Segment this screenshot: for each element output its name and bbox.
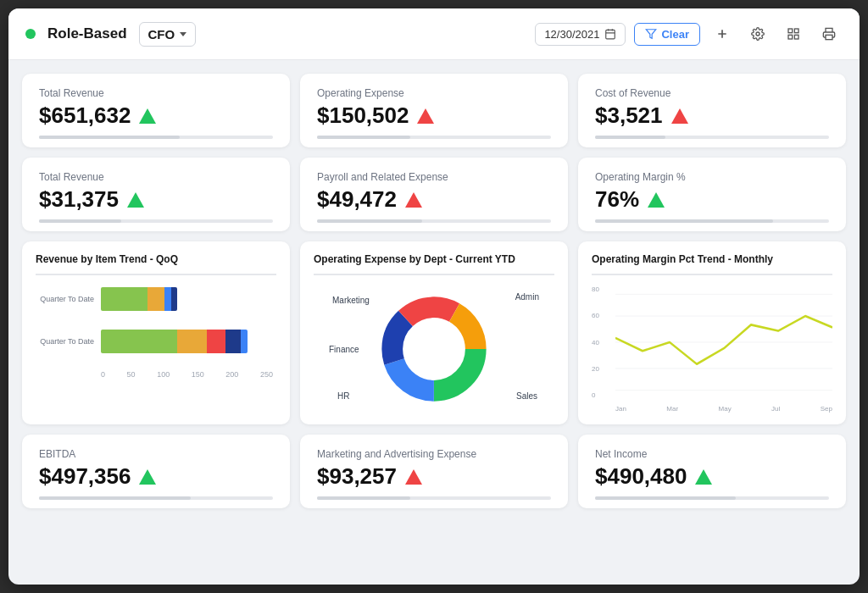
svg-marker-4 <box>647 30 657 39</box>
kpi-card: Operating Expense$150,502 <box>300 74 568 147</box>
kpi-card: Payroll and Related Expense$49,472 <box>300 158 568 231</box>
layout-button[interactable] <box>780 20 807 47</box>
kpi-card: Marketing and Advertising Expense$93,257 <box>300 435 568 508</box>
bar-row: Quarter To Date <box>39 328 273 355</box>
kpi-mid-row: Total Revenue$31,375Payroll and Related … <box>22 158 846 231</box>
x-axis-line: Jan Mar May Jul Sep <box>615 405 832 413</box>
svg-point-7 <box>756 32 760 36</box>
chart-divider-3 <box>592 274 832 275</box>
kpi-label: Operating Expense <box>317 87 551 99</box>
bar-chart-title: Revenue by Item Trend - QoQ <box>36 253 276 265</box>
y-label-0: 0 <box>592 391 612 399</box>
header-left: Role-Based CFO <box>25 22 535 47</box>
kpi-value-row: $490,480 <box>595 463 829 490</box>
print-button[interactable] <box>815 20 843 47</box>
svg-rect-10 <box>788 35 793 39</box>
line-chart-title: Operating Margin Pct Trend - Monthly <box>592 253 832 265</box>
add-button[interactable] <box>709 20 736 47</box>
bar-segment <box>171 287 177 311</box>
kpi-progress-bar <box>595 219 829 223</box>
date-picker[interactable]: 12/30/2021 <box>535 23 626 46</box>
x-tick-2: Mar <box>666 405 678 413</box>
svg-rect-9 <box>794 29 798 33</box>
bar-segment <box>241 330 248 353</box>
bar-segment <box>147 287 164 311</box>
bar-chart: Quarter To DateQuarter To Date0501001502… <box>36 285 276 379</box>
x-tick: 0 <box>101 370 105 379</box>
chart-divider <box>36 274 276 275</box>
arrow-up-green-icon <box>695 469 712 485</box>
kpi-progress-bar <box>39 219 273 223</box>
donut-svg <box>379 294 489 404</box>
kpi-value-row: $3,521 <box>595 103 829 129</box>
clear-label: Clear <box>661 28 689 41</box>
calendar-icon <box>604 28 616 40</box>
kpi-label: Net Income <box>595 448 829 460</box>
line-svg <box>615 285 832 399</box>
role-selector[interactable]: CFO <box>139 22 197 47</box>
kpi-bar-fill <box>39 219 121 223</box>
kpi-progress-bar <box>317 219 551 223</box>
header-right: 12/30/2021 Clear <box>535 20 843 47</box>
role-label: CFO <box>148 27 175 42</box>
kpi-label: Marketing and Advertising Expense <box>317 448 551 460</box>
kpi-progress-bar <box>595 496 829 500</box>
line-chart-card: Operating Margin Pct Trend - Monthly 80 … <box>578 241 846 424</box>
kpi-value: 76% <box>595 186 639 213</box>
y-label-20: 20 <box>592 365 612 373</box>
chevron-down-icon <box>180 32 186 36</box>
kpi-value-row: $150,502 <box>317 103 551 129</box>
bar-segments <box>101 330 248 353</box>
kpi-progress-bar <box>39 136 273 139</box>
label-finance: Finance <box>329 345 359 354</box>
arrow-up-red-icon <box>405 469 422 485</box>
label-marketing: Marketing <box>332 296 370 305</box>
kpi-bar-fill <box>595 136 665 139</box>
bar-segment <box>177 330 207 353</box>
kpi-bar-fill <box>317 219 422 223</box>
svg-rect-8 <box>788 29 793 33</box>
x-tick-4: Jul <box>771 405 780 413</box>
kpi-label: Operating Margin % <box>595 171 829 183</box>
kpi-label: Total Revenue <box>39 87 273 99</box>
bar-chart-card: Revenue by Item Trend - QoQ Quarter To D… <box>22 241 290 424</box>
kpi-value: $651,632 <box>39 103 131 129</box>
arrow-up-green-icon <box>139 469 156 485</box>
kpi-progress-bar <box>595 136 829 139</box>
kpi-card: Total Revenue$31,375 <box>22 158 290 231</box>
label-admin: Admin <box>515 292 539 302</box>
donut-chart-title: Operating Expense by Dept - Current YTD <box>314 253 554 265</box>
x-tick: 100 <box>157 370 170 379</box>
settings-button[interactable] <box>744 20 771 47</box>
bar-segment <box>225 330 241 353</box>
bar-segment <box>164 287 171 311</box>
kpi-progress-bar <box>39 496 273 500</box>
kpi-card: EBITDA$497,356 <box>22 435 290 508</box>
bar-segment <box>101 330 177 353</box>
arrow-up-green-icon <box>139 108 156 124</box>
status-dot <box>25 29 36 39</box>
kpi-progress-bar <box>317 136 551 139</box>
svg-rect-0 <box>606 30 615 39</box>
label-hr: HR <box>337 391 349 401</box>
kpi-card: Operating Margin %76% <box>578 158 846 231</box>
chart-divider-2 <box>314 274 554 275</box>
y-axis: 80 60 40 20 0 <box>592 285 612 399</box>
x-tick-1: Jan <box>615 405 626 413</box>
kpi-card: Cost of Revenue$3,521 <box>578 74 846 147</box>
kpi-value: $150,502 <box>317 103 409 129</box>
app-title: Role-Based <box>47 25 127 42</box>
line-chart-container: 80 60 40 20 0 <box>592 285 832 413</box>
kpi-bar-fill <box>317 136 410 139</box>
x-tick: 50 <box>127 370 136 379</box>
svg-point-18 <box>408 323 460 375</box>
clear-button[interactable]: Clear <box>634 23 700 46</box>
kpi-label: EBITDA <box>39 448 273 460</box>
kpi-value: $31,375 <box>39 186 119 213</box>
bar-row-label: Quarter To Date <box>39 295 94 303</box>
y-label-80: 80 <box>592 285 612 293</box>
kpi-value-row: $93,257 <box>317 463 551 490</box>
chart-row: Revenue by Item Trend - QoQ Quarter To D… <box>22 241 846 424</box>
kpi-bar-fill <box>595 496 736 500</box>
bar-segments <box>101 287 177 311</box>
